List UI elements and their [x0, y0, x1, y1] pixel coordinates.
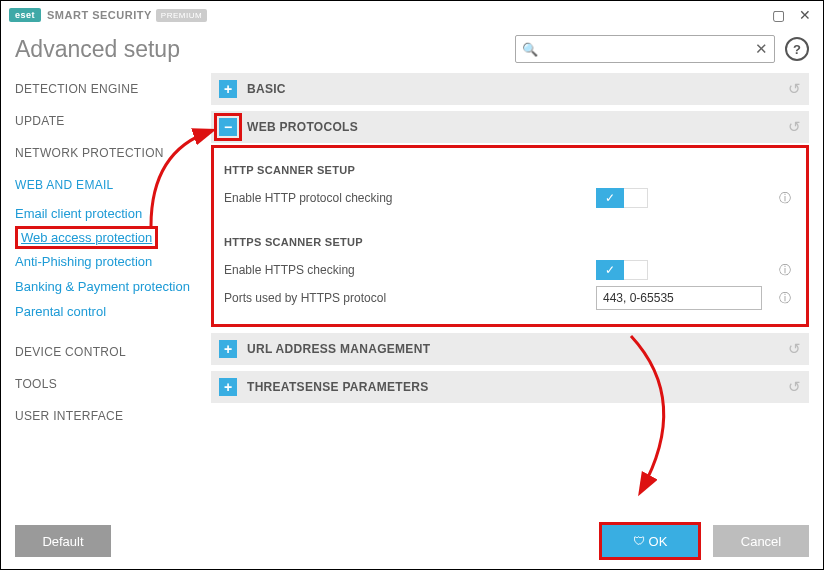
- enable-http-label: Enable HTTP protocol checking: [224, 191, 596, 205]
- expand-basic-icon[interactable]: +: [219, 80, 237, 98]
- enable-http-toggle[interactable]: ✓: [596, 188, 648, 208]
- sidebar-sub-parental-control[interactable]: Parental control: [15, 299, 201, 324]
- sidebar-item-device-control[interactable]: DEVICE CONTROL: [15, 336, 201, 368]
- enable-https-toggle[interactable]: ✓: [596, 260, 648, 280]
- header: Advanced setup 🔍 ✕ ?: [1, 29, 823, 73]
- cancel-button[interactable]: Cancel: [713, 525, 809, 557]
- section-url-mgmt: + URL ADDRESS MANAGEMENT ↺: [211, 333, 809, 365]
- info-icon[interactable]: ⓘ: [776, 262, 794, 279]
- https-scanner-setup-title: HTTPS SCANNER SETUP: [224, 236, 794, 248]
- info-icon[interactable]: ⓘ: [776, 290, 794, 307]
- section-url-mgmt-title: URL ADDRESS MANAGEMENT: [247, 342, 788, 356]
- brand-edition: PREMIUM: [156, 9, 207, 22]
- check-icon: ✓: [596, 188, 624, 208]
- shield-icon: 🛡: [633, 534, 645, 548]
- expand-url-mgmt-icon[interactable]: +: [219, 340, 237, 358]
- footer: Default 🛡 OK Cancel: [1, 513, 823, 569]
- expand-threatsense-icon[interactable]: +: [219, 378, 237, 396]
- close-icon[interactable]: ✕: [795, 5, 815, 25]
- search-input[interactable]: [544, 42, 755, 56]
- enable-https-label: Enable HTTPS checking: [224, 263, 596, 277]
- ok-button[interactable]: 🛡 OK: [602, 525, 698, 557]
- page-title: Advanced setup: [15, 36, 515, 63]
- info-icon[interactable]: ⓘ: [776, 190, 794, 207]
- brand-badge: eset: [9, 8, 41, 22]
- reset-icon[interactable]: ↺: [788, 80, 801, 98]
- search-icon: 🔍: [522, 42, 538, 57]
- section-threatsense-title: THREATSENSE PARAMETERS: [247, 380, 788, 394]
- sidebar-item-user-interface[interactable]: USER INTERFACE: [15, 400, 201, 432]
- https-ports-label: Ports used by HTTPS protocol: [224, 291, 596, 305]
- sidebar-sub-anti-phishing[interactable]: Anti-Phishing protection: [15, 249, 201, 274]
- section-basic-title: BASIC: [247, 82, 788, 96]
- default-button[interactable]: Default: [15, 525, 111, 557]
- maximize-icon[interactable]: ▢: [769, 5, 789, 25]
- ok-button-label: OK: [649, 534, 668, 549]
- sidebar-sub-banking-payment[interactable]: Banking & Payment protection: [15, 274, 201, 299]
- section-threatsense: + THREATSENSE PARAMETERS ↺: [211, 371, 809, 403]
- brand-name: SMART SECURITY: [47, 9, 152, 21]
- content: + BASIC ↺ − WEB PROTOCOLS ↺ HTTP SCA: [201, 73, 823, 509]
- check-icon: ✓: [596, 260, 624, 280]
- section-basic: + BASIC ↺: [211, 73, 809, 105]
- reset-icon[interactable]: ↺: [788, 118, 801, 136]
- titlebar: eset SMART SECURITY PREMIUM ▢ ✕: [1, 1, 823, 29]
- search-box[interactable]: 🔍 ✕: [515, 35, 775, 63]
- sidebar-sub-web-access-protection[interactable]: Web access protection: [21, 230, 152, 245]
- sidebar: DETECTION ENGINE UPDATE NETWORK PROTECTI…: [1, 73, 201, 509]
- reset-icon[interactable]: ↺: [788, 378, 801, 396]
- help-icon[interactable]: ?: [785, 37, 809, 61]
- search-clear-icon[interactable]: ✕: [755, 40, 768, 58]
- sidebar-sub-email-client-protection[interactable]: Email client protection: [15, 201, 201, 226]
- sidebar-item-network-protection[interactable]: NETWORK PROTECTION: [15, 137, 201, 169]
- https-ports-input[interactable]: [596, 286, 762, 310]
- reset-icon[interactable]: ↺: [788, 340, 801, 358]
- sidebar-item-web-and-email[interactable]: WEB AND EMAIL: [15, 169, 201, 201]
- sidebar-item-tools[interactable]: TOOLS: [15, 368, 201, 400]
- http-scanner-setup-title: HTTP SCANNER SETUP: [224, 164, 794, 176]
- sidebar-item-update[interactable]: UPDATE: [15, 105, 201, 137]
- section-web-protocols-title: WEB PROTOCOLS: [247, 120, 788, 134]
- sidebar-item-detection-engine[interactable]: DETECTION ENGINE: [15, 73, 201, 105]
- section-web-protocols: − WEB PROTOCOLS ↺ HTTP SCANNER SETUP Ena…: [211, 111, 809, 327]
